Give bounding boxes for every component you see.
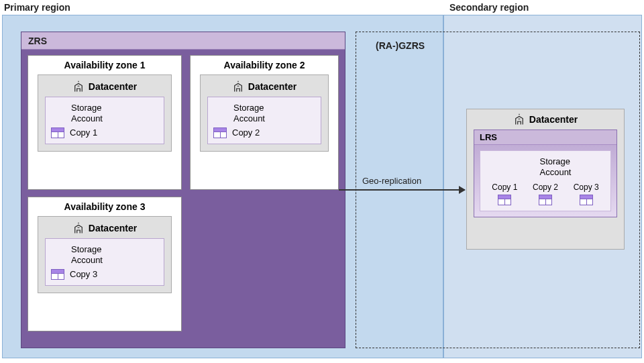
availability-zone-1: Availability zone 1 Datacenter Storage A… [28, 55, 182, 190]
storage-account-label: Storage Account [71, 103, 103, 123]
geo-replication-label: Geo-replication [362, 176, 421, 186]
datacenter-icon [72, 222, 85, 234]
secondary-copy-1: Copy 1 [492, 183, 517, 205]
zrs-label: ZRS [21, 32, 345, 50]
datacenter-label: Datacenter [248, 81, 297, 92]
storage-icon [213, 107, 228, 119]
lrs-container: LRS Storage Account Copy 1 Copy 2 Copy 3 [474, 129, 617, 217]
az3-copy-label: Copy 3 [70, 269, 97, 280]
az2-title: Availability zone 2 [191, 56, 338, 74]
secondary-copy-3: Copy 3 [574, 183, 599, 205]
availability-zone-2: Availability zone 2 Datacenter Storage A… [190, 55, 339, 190]
datacenter-icon [232, 81, 244, 93]
copy-icon [539, 195, 552, 205]
az3-title: Availability zone 3 [28, 197, 181, 216]
az1-copy-label: Copy 1 [70, 127, 97, 138]
copy-icon [51, 127, 64, 138]
lrs-label: LRS [474, 130, 616, 145]
storage-account-label: Storage Account [540, 156, 572, 177]
az1-storage-account: Storage Account Copy 1 [45, 97, 164, 144]
datacenter-label: Datacenter [89, 81, 137, 92]
az2-datacenter: Datacenter Storage Account Copy 2 [200, 74, 329, 152]
copy-icon [213, 127, 227, 138]
datacenter-icon [72, 81, 85, 93]
geo-replication-arrow [339, 189, 465, 191]
copy-icon [51, 269, 64, 280]
datacenter-label: Datacenter [89, 223, 137, 234]
copy-icon [498, 195, 511, 205]
secondary-region-label: Secondary region [449, 2, 529, 13]
datacenter-icon [513, 113, 525, 125]
az1-datacenter: Datacenter Storage Account Copy 1 [38, 74, 172, 152]
datacenter-label: Datacenter [529, 114, 578, 125]
storage-icon [51, 107, 66, 119]
secondary-copy-2: Copy 2 [533, 183, 558, 205]
storage-icon [520, 161, 535, 173]
secondary-datacenter: Datacenter LRS Storage Account Copy 1 Co… [466, 109, 625, 250]
primary-region-label: Primary region [4, 2, 70, 13]
az2-copy-label: Copy 2 [232, 127, 260, 138]
gzrs-label: (RA-)GZRS [376, 40, 425, 51]
storage-icon [51, 249, 66, 261]
storage-account-label: Storage Account [233, 103, 265, 123]
az1-title: Availability zone 1 [28, 56, 181, 74]
copy-icon [580, 195, 593, 205]
az2-storage-account: Storage Account Copy 2 [207, 97, 321, 144]
lrs-storage-account: Storage Account Copy 1 Copy 2 Copy 3 [480, 150, 611, 211]
storage-account-label: Storage Account [71, 244, 103, 265]
az3-datacenter: Datacenter Storage Account Copy 3 [38, 216, 172, 293]
az3-storage-account: Storage Account Copy 3 [45, 238, 164, 286]
availability-zone-3: Availability zone 3 Datacenter Storage A… [28, 197, 182, 331]
